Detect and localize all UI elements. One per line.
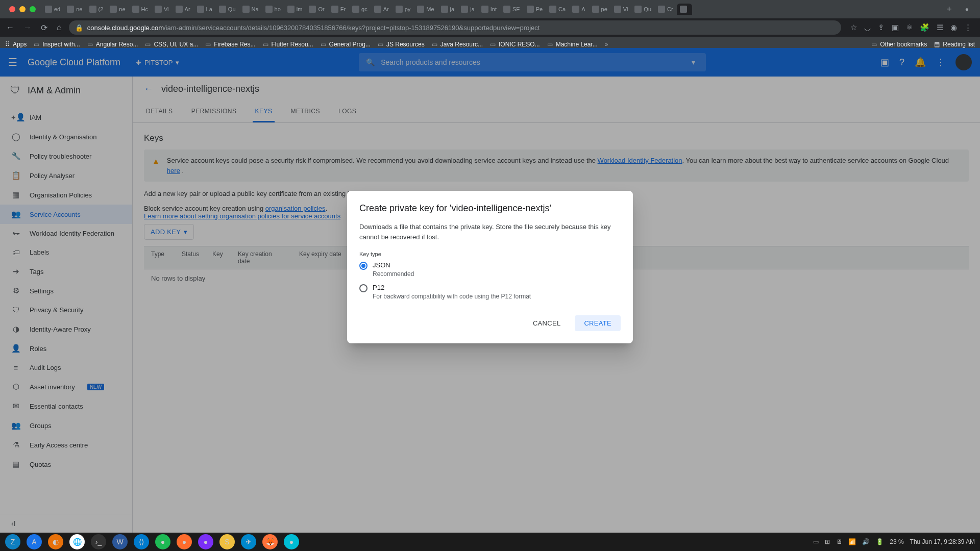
tray-volume-icon[interactable]: 🔊 — [862, 538, 870, 545]
tb-app-7[interactable]: ● — [198, 534, 213, 549]
browser-tab[interactable]: Ar — [371, 4, 392, 15]
tb-firefox[interactable]: 🦊 — [262, 534, 278, 549]
bookmark-item[interactable]: ▭CSS, UI, UX a... — [145, 41, 198, 48]
bookmark-apps[interactable]: ⠿Apps — [5, 41, 27, 48]
tray-battery-icon[interactable]: 🔋 — [876, 538, 884, 545]
tab-favicon — [614, 6, 621, 13]
new-tab-button[interactable]: + — [941, 4, 957, 15]
browser-tab[interactable]: Pe — [524, 4, 546, 15]
tb-telegram[interactable]: ✈ — [241, 534, 256, 549]
tab-favicon — [132, 6, 139, 13]
tb-app-9[interactable]: ● — [284, 534, 299, 549]
bookmark-item[interactable]: ▭Java Resourc... — [432, 41, 483, 48]
browser-tab[interactable]: Me — [414, 4, 437, 15]
browser-chrome: edne(2neHcViArLaQuNahoimOrFrgcArpyMejaja… — [0, 0, 980, 48]
record-icon[interactable]: ● — [965, 6, 969, 13]
list-icon[interactable]: ☰ — [937, 23, 943, 32]
nav-home-button[interactable]: ⌂ — [55, 21, 64, 34]
tab-favicon — [176, 6, 183, 13]
browser-tab[interactable]: Hc — [129, 4, 151, 15]
radio-p12[interactable]: P12 For backward compatibility with code… — [359, 284, 621, 300]
bookmark-item[interactable]: ▭Machine Lear... — [547, 41, 598, 48]
browser-tab[interactable]: Ar — [173, 4, 193, 15]
puzzle-icon[interactable]: 🧩 — [920, 23, 929, 32]
bookmark-item[interactable]: ▭General Prog... — [321, 41, 371, 48]
reading-list[interactable]: ▤Reading list — [934, 41, 975, 48]
bookmark-item[interactable]: ▭Inspect with... — [34, 41, 80, 48]
browser-tab[interactable]: Qu — [631, 4, 654, 15]
tray-clock[interactable]: Thu Jun 17, 9:28:39 AM — [910, 538, 975, 545]
browser-tab[interactable]: Ca — [546, 4, 569, 15]
tab-favicon — [265, 6, 273, 13]
nav-back-button[interactable]: ← — [4, 21, 16, 34]
nav-reload-button[interactable]: ⟳ — [39, 21, 50, 35]
browser-tab[interactable]: Qu — [216, 4, 239, 15]
browser-tab[interactable]: (2 — [86, 4, 107, 15]
tray-wifi-icon[interactable]: 📶 — [848, 538, 856, 545]
tray-icon-1[interactable]: ▭ — [813, 538, 819, 545]
browser-tab[interactable]: ja — [438, 4, 458, 15]
window-close-icon[interactable] — [9, 6, 15, 12]
window-min-icon[interactable] — [19, 6, 26, 12]
bookmark-item[interactable]: ▭JS Resources — [378, 41, 425, 48]
browser-tab[interactable]: La — [194, 4, 215, 15]
browser-tab[interactable]: Na — [239, 4, 262, 15]
tb-app-6[interactable]: ● — [177, 534, 192, 549]
tb-app-4[interactable]: W — [112, 534, 128, 549]
radio-json[interactable]: JSON Recommended — [359, 261, 621, 278]
browser-tab[interactable]: py — [393, 4, 414, 15]
bookmark-item[interactable]: ▭Angular Reso... — [87, 41, 138, 48]
tray-screen-icon[interactable]: 🖥 — [836, 538, 842, 545]
tb-app-8[interactable]: S — [219, 534, 235, 549]
bookmarks-overflow-icon[interactable]: » — [605, 41, 608, 48]
nav-forward-button[interactable]: → — [21, 21, 34, 34]
browser-tab[interactable]: Cr — [655, 4, 676, 15]
ext-icon[interactable]: ▣ — [892, 23, 899, 32]
browser-tab[interactable]: ja — [458, 4, 478, 15]
kebab-icon[interactable]: ⋮ — [964, 23, 972, 32]
tab-favicon — [417, 6, 424, 13]
tb-vscode[interactable]: ⟨⟩ — [134, 534, 149, 549]
browser-tab[interactable]: Or — [306, 4, 327, 15]
browser-tab[interactable]: Vi — [611, 4, 631, 15]
tray-icon-2[interactable]: ⊞ — [825, 538, 830, 545]
browser-tab[interactable]: gc — [349, 4, 371, 15]
browser-tab[interactable]: ho — [262, 4, 284, 15]
other-bookmarks[interactable]: ▭Other bookmarks — [871, 41, 927, 48]
browser-tab[interactable]: im — [284, 4, 306, 15]
bookmark-item[interactable]: ▭Firebase Res... — [205, 41, 255, 48]
window-controls[interactable] — [4, 6, 41, 12]
pocket-icon[interactable]: ◡ — [864, 23, 871, 32]
browser-tab[interactable]: A — [569, 4, 588, 15]
bookmark-item[interactable]: ▭Flutter Resou... — [263, 41, 313, 48]
share-icon[interactable]: ⇪ — [878, 23, 885, 32]
tb-terminal[interactable]: ›_ — [91, 534, 106, 549]
radio-p12-input[interactable] — [359, 284, 368, 292]
tb-app-1[interactable]: Z — [5, 534, 20, 549]
folder-icon: ▭ — [263, 41, 268, 48]
browser-tab[interactable]: Fr — [328, 4, 349, 15]
browser-tab[interactable]: ne — [107, 4, 128, 15]
tb-app-3[interactable]: ◐ — [48, 534, 63, 549]
radio-json-input[interactable] — [359, 262, 368, 270]
bookmark-item[interactable]: ▭IONIC RESO... — [490, 41, 540, 48]
create-button[interactable]: CREATE — [575, 315, 621, 331]
tb-app-5[interactable]: ● — [155, 534, 170, 549]
tb-chrome[interactable]: 🌐 — [69, 534, 85, 549]
star-icon[interactable]: ☆ — [850, 23, 857, 32]
cancel-button[interactable]: CANCEL — [524, 315, 570, 331]
react-icon[interactable]: ⚛ — [906, 23, 913, 32]
window-max-icon[interactable] — [30, 6, 36, 12]
tb-app-2[interactable]: A — [27, 534, 42, 549]
url-bar[interactable]: 🔒 console.cloud.google.com/iam-admin/ser… — [69, 20, 841, 35]
browser-tab[interactable]: Vi — [152, 4, 172, 15]
browser-tab[interactable]: Int — [478, 4, 500, 15]
profile-icon[interactable]: ◉ — [950, 23, 957, 32]
browser-tab[interactable]: ed — [42, 4, 63, 15]
url-host: console.cloud.google.com — [87, 24, 164, 32]
browser-tab[interactable] — [677, 4, 692, 15]
browser-tab[interactable]: ne — [64, 4, 85, 15]
browser-tab[interactable]: pe — [589, 4, 610, 15]
browser-tab[interactable]: SE — [500, 4, 523, 15]
modal-scrim[interactable]: Create private key for 'video-intelligen… — [0, 48, 980, 533]
